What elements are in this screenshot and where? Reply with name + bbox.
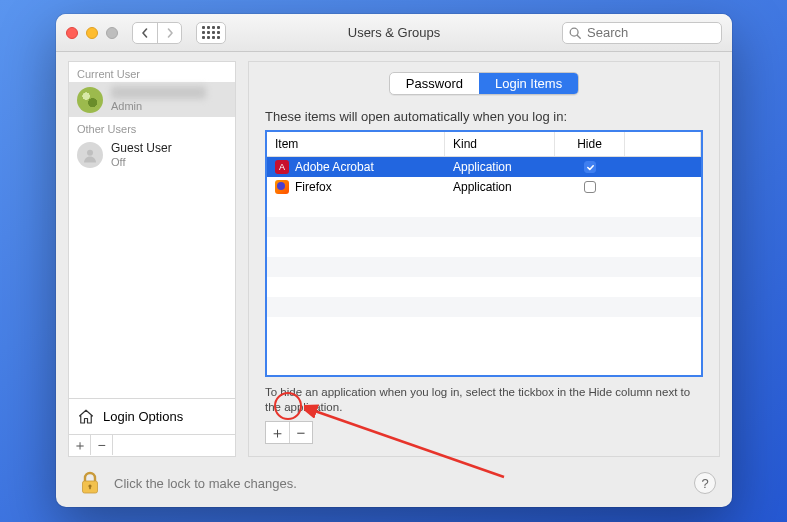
col-header-kind[interactable]: Kind <box>445 132 555 156</box>
user-role: Admin <box>111 99 206 113</box>
svg-rect-6 <box>89 486 91 489</box>
login-items-instruction: These items will open automatically when… <box>265 109 703 124</box>
user-row-guest[interactable]: Guest User Off <box>69 137 235 173</box>
section-label-other: Other Users <box>69 117 235 137</box>
add-user-button[interactable]: ＋ <box>69 435 91 455</box>
user-list: Current User Admin Other Users Guest Use… <box>68 61 236 399</box>
login-items-table: Item Kind Hide AAdobe Acrobat Applicatio… <box>265 130 703 377</box>
login-options-label: Login Options <box>103 409 183 424</box>
svg-line-1 <box>577 35 580 38</box>
back-button[interactable] <box>133 23 157 43</box>
forward-button[interactable] <box>157 23 181 43</box>
search-icon <box>568 26 582 40</box>
maximize-icon[interactable] <box>106 27 118 39</box>
house-icon <box>77 408 95 426</box>
acrobat-icon: A <box>275 160 289 174</box>
search-field[interactable] <box>562 22 722 44</box>
login-options-row[interactable]: Login Options <box>68 399 236 435</box>
sidebar: Current User Admin Other Users Guest Use… <box>68 61 236 457</box>
avatar <box>77 87 103 113</box>
close-icon[interactable] <box>66 27 78 39</box>
user-name <box>111 86 206 99</box>
hide-checkbox[interactable] <box>584 161 596 173</box>
table-row[interactable]: Firefox Application <box>267 177 701 197</box>
search-input[interactable] <box>562 22 722 44</box>
col-header-pad <box>625 132 701 156</box>
main-panel: Password Login Items These items will op… <box>248 61 720 457</box>
remove-user-button[interactable]: − <box>91 435 113 455</box>
item-kind: Application <box>445 178 555 196</box>
lock-text: Click the lock to make changes. <box>114 476 297 491</box>
tab-segment: Password Login Items <box>389 72 579 95</box>
col-header-item[interactable]: Item <box>267 132 445 156</box>
item-name: Firefox <box>295 180 332 194</box>
firefox-icon <box>275 180 289 194</box>
window-title: Users & Groups <box>234 25 554 40</box>
grid-icon <box>202 26 220 39</box>
lock-icon[interactable] <box>80 471 100 495</box>
tab-password[interactable]: Password <box>390 73 479 94</box>
user-role: Off <box>111 155 172 169</box>
user-add-remove-bar: ＋ − <box>68 435 236 457</box>
svg-point-2 <box>87 150 93 156</box>
nav-buttons <box>132 22 182 44</box>
user-name: Guest User <box>111 141 172 155</box>
col-header-hide[interactable]: Hide <box>555 132 625 156</box>
user-row-current[interactable]: Admin <box>69 82 235 117</box>
window-controls <box>66 27 118 39</box>
table-body: AAdobe Acrobat Application Firefox Appli… <box>267 157 701 375</box>
titlebar: Users & Groups <box>56 14 732 52</box>
avatar-guest <box>77 142 103 168</box>
preferences-window: Users & Groups Current User Admin Other … <box>56 14 732 507</box>
item-add-remove: ＋ − <box>265 421 703 444</box>
minimize-icon[interactable] <box>86 27 98 39</box>
tab-login-items[interactable]: Login Items <box>479 73 578 94</box>
section-label-current: Current User <box>69 62 235 82</box>
table-row[interactable]: AAdobe Acrobat Application <box>267 157 701 177</box>
item-name: Adobe Acrobat <box>295 160 374 174</box>
hide-checkbox[interactable] <box>584 181 596 193</box>
remove-item-button[interactable]: − <box>289 422 312 443</box>
window-body: Current User Admin Other Users Guest Use… <box>56 52 732 507</box>
hide-hint: To hide an application when you log in, … <box>265 385 703 415</box>
item-kind: Application <box>445 158 555 176</box>
help-button[interactable]: ? <box>694 472 716 494</box>
table-header: Item Kind Hide <box>267 132 701 157</box>
add-item-button[interactable]: ＋ <box>266 422 289 443</box>
footer: Click the lock to make changes. ? <box>56 459 732 507</box>
show-all-button[interactable] <box>196 22 226 44</box>
